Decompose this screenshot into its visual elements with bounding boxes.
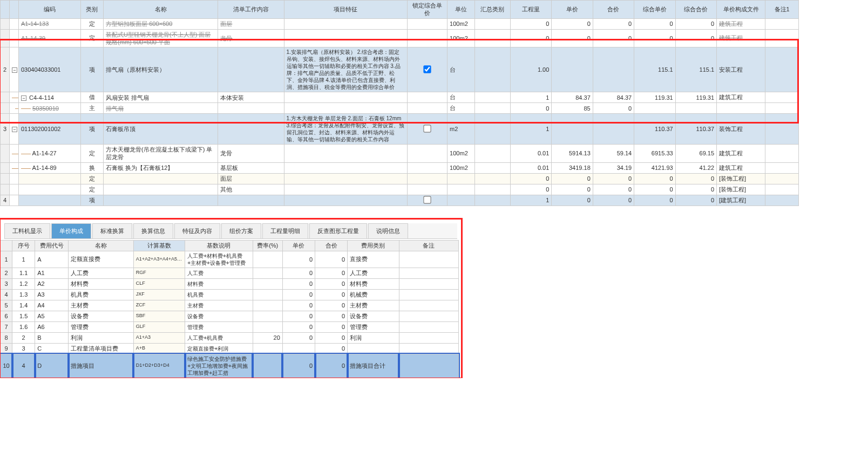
- cell[interactable]: [218, 47, 284, 92]
- cell[interactable]: 0: [510, 103, 551, 114]
- table-row[interactable]: 11A定额直接费A1+A2+A3+A4+A5+A6人工费+材料费+机具费+主材费…: [1, 251, 459, 268]
- cell[interactable]: [9, 173, 18, 184]
- table-row[interactable]: 61.5A5设备费SBF设备费00设备费: [1, 311, 459, 321]
- cell[interactable]: 2: [1, 47, 10, 92]
- collapse-icon[interactable]: −: [21, 95, 26, 101]
- cell[interactable]: 0: [510, 184, 551, 195]
- top-header-12[interactable]: 合价: [593, 1, 634, 19]
- cell[interactable]: 115.1: [634, 47, 675, 92]
- cell[interactable]: 龙骨: [218, 29, 284, 47]
- cell[interactable]: 34.19: [593, 162, 634, 173]
- cell[interactable]: 8: [1, 332, 12, 343]
- cell[interactable]: 0: [552, 184, 593, 195]
- tab-3[interactable]: 换算信息: [133, 223, 173, 238]
- cell[interactable]: [407, 29, 447, 47]
- cell[interactable]: [475, 18, 511, 29]
- cell[interactable]: [765, 184, 799, 195]
- cell[interactable]: 9: [1, 343, 12, 354]
- cell[interactable]: [552, 114, 593, 145]
- bot-header-7[interactable]: 单价: [282, 240, 315, 251]
- cell[interactable]: [104, 195, 218, 206]
- cell[interactable]: 0: [593, 18, 634, 29]
- cell[interactable]: 4: [12, 354, 35, 378]
- table-row[interactable]: 41.3A3机具费JXF机具费00机械费: [1, 289, 459, 300]
- cell[interactable]: 设备费: [185, 311, 253, 321]
- cell[interactable]: 0: [593, 173, 634, 184]
- top-header-10[interactable]: 工程里: [510, 1, 551, 19]
- cell[interactable]: 风扇安装 排气扇: [104, 92, 218, 103]
- cell[interactable]: 管理费: [69, 321, 133, 332]
- cell[interactable]: m2: [447, 114, 475, 145]
- cell[interactable]: [765, 103, 799, 114]
- cell[interactable]: 绿色施工安全防护措施费+文明工地增加费+夜间施工增加费+赶工措: [185, 354, 253, 378]
- cell[interactable]: 材料费: [348, 278, 399, 289]
- cell[interactable]: 定额直接费+利润: [185, 343, 253, 354]
- cell[interactable]: 措施项目: [69, 354, 133, 378]
- cell[interactable]: 69.15: [675, 145, 716, 163]
- table-row[interactable]: A1-14-39定装配式U型轻钢天棚龙骨(不上人型) 面层规格(mm) 600×…: [1, 29, 799, 47]
- cell[interactable]: [9, 92, 18, 103]
- cell[interactable]: 0: [315, 332, 348, 343]
- cell[interactable]: [284, 29, 407, 47]
- tab-4[interactable]: 特征及内容: [174, 223, 220, 238]
- cell[interactable]: D1+D2+D3+D4: [133, 354, 185, 378]
- cell[interactable]: 面层: [218, 173, 284, 184]
- cell[interactable]: 1: [510, 195, 551, 206]
- cell[interactable]: [1, 18, 10, 29]
- cell[interactable]: [765, 92, 799, 103]
- cell[interactable]: [284, 103, 407, 114]
- cell[interactable]: 0: [510, 18, 551, 29]
- cell[interactable]: 1.1: [12, 268, 35, 278]
- cell[interactable]: 0: [552, 173, 593, 184]
- cell[interactable]: [407, 114, 447, 145]
- cell[interactable]: 装配式U型轻钢天棚龙骨(不上人型) 面层规格(mm) 600×600 平面: [104, 29, 218, 47]
- cell[interactable]: [765, 173, 799, 184]
- cell[interactable]: [407, 173, 447, 184]
- tab-6[interactable]: 工程量明细: [262, 223, 308, 238]
- cell[interactable]: 50350010: [18, 103, 80, 114]
- cell[interactable]: 0: [315, 278, 348, 289]
- cell[interactable]: [18, 173, 80, 184]
- cell[interactable]: 排气扇: [104, 103, 218, 114]
- cell[interactable]: 4121.93: [634, 162, 675, 173]
- cell[interactable]: [765, 114, 799, 145]
- cell[interactable]: [475, 29, 511, 47]
- cell[interactable]: [253, 300, 282, 311]
- cell[interactable]: 100m2: [447, 29, 475, 47]
- cell[interactable]: A1+A3: [133, 332, 185, 343]
- cell[interactable]: [407, 18, 447, 29]
- cell[interactable]: [1, 103, 10, 114]
- cell[interactable]: 主材费: [69, 300, 133, 311]
- cell[interactable]: A1+A2+A3+A4+A5+A6: [133, 251, 185, 268]
- top-header-16[interactable]: 备注1: [765, 1, 799, 19]
- cell[interactable]: [675, 103, 716, 114]
- cell[interactable]: 41.22: [675, 162, 716, 173]
- tab-2[interactable]: 标准换算: [92, 223, 132, 238]
- cell[interactable]: [1, 173, 10, 184]
- cell[interactable]: [407, 145, 447, 163]
- cell[interactable]: JXF: [133, 289, 185, 300]
- cell[interactable]: 115.1: [675, 47, 716, 92]
- cell[interactable]: 设备费: [348, 311, 399, 321]
- cell[interactable]: SBF: [133, 311, 185, 321]
- cell[interactable]: [253, 268, 282, 278]
- top-header-9[interactable]: 汇总类别: [475, 1, 511, 19]
- cell[interactable]: [253, 343, 282, 354]
- cell[interactable]: [399, 289, 458, 300]
- cell[interactable]: A5: [35, 311, 69, 321]
- cell[interactable]: 1.方木天棚龙骨 单层龙骨 2.面层：石膏板 12mm 3.综合考虑：龙骨及吊配…: [284, 114, 407, 145]
- cell[interactable]: [253, 321, 282, 332]
- cell[interactable]: [447, 173, 475, 184]
- cell[interactable]: 机械费: [348, 289, 399, 300]
- cell[interactable]: −: [9, 114, 18, 145]
- table-row[interactable]: 定其他00000[装饰工程]: [1, 184, 799, 195]
- cell[interactable]: 0: [593, 184, 634, 195]
- cell[interactable]: [104, 184, 218, 195]
- cell[interactable]: [399, 278, 458, 289]
- cell[interactable]: [765, 145, 799, 163]
- cell[interactable]: 0: [282, 268, 315, 278]
- bot-header-4[interactable]: 计算基数: [133, 240, 185, 251]
- bot-header-0[interactable]: [1, 240, 12, 251]
- cell[interactable]: RGF: [133, 268, 185, 278]
- cell[interactable]: [475, 195, 511, 206]
